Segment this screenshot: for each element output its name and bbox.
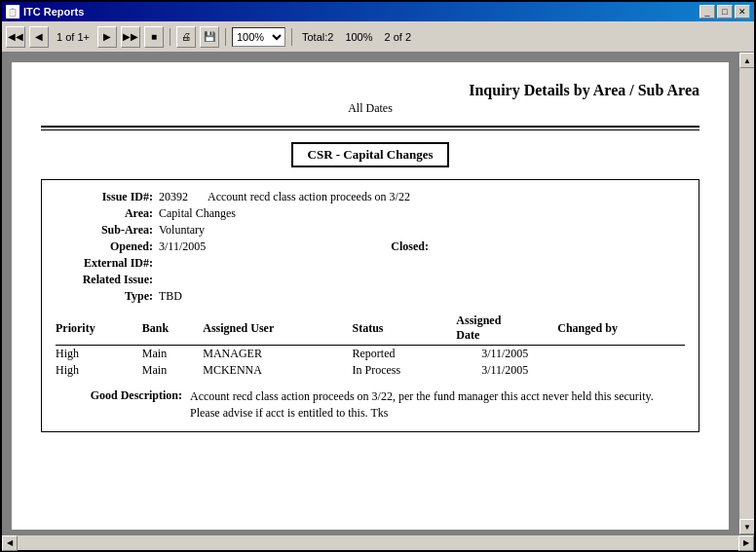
issue-id-row: Issue ID#: 20392 Account recd class acti… [56, 190, 685, 204]
separator-1 [170, 28, 170, 46]
scroll-track-right[interactable] [739, 68, 754, 519]
cell-assigned-user-1: MCKENNA [203, 362, 352, 379]
table-row: High Main MANAGER Reported 3/11/2005 [56, 346, 685, 363]
related-issue-label: Related Issue: [56, 273, 153, 287]
cell-assigned-user-0: MANAGER [203, 346, 352, 363]
issue-container: Issue ID#: 20392 Account recd class acti… [41, 179, 699, 432]
good-desc-label: Good Description: [56, 388, 182, 422]
cell-priority-0: High [56, 346, 142, 363]
external-id-label: External ID#: [56, 256, 153, 271]
col-priority: Priority [56, 312, 142, 346]
app-window: 📋 ITC Reports _ □ ✕ ◀◀ ◀ 1 of 1+ ▶ ▶▶ ■ … [0, 0, 756, 552]
area-row: Area: Capital Changes [56, 206, 685, 221]
separator-3 [291, 28, 292, 46]
opened-label: Opened: [56, 239, 153, 254]
col-assigned-date: AssignedDate [456, 312, 557, 346]
subarea-label: Sub-Area: [56, 223, 153, 238]
area-label: Area: [56, 206, 153, 221]
divider-thin [41, 129, 699, 130]
divider-thick [41, 126, 699, 128]
zoom-select[interactable]: 100% 75% 50% 150% [232, 27, 285, 47]
page-info: 1 of 1+ [53, 31, 94, 43]
table-header-row: Priority Bank Assigned User Status Assig… [56, 312, 685, 346]
issue-id-label: Issue ID#: [56, 190, 153, 204]
zoom-display: 100% [341, 31, 376, 43]
separator-2 [225, 28, 226, 46]
cell-assigned-date-1: 3/11/2005 [456, 362, 557, 379]
issue-description: Account recd class action proceeds on 3/… [208, 190, 410, 204]
col-changed-by: Changed by [557, 312, 685, 346]
export-button[interactable]: 💾 [200, 26, 219, 48]
opened-value: 3/11/2005 [159, 239, 206, 254]
title-bar-left: 📋 ITC Reports [6, 5, 84, 18]
cell-changed-by-1 [557, 362, 685, 379]
scroll-up-button[interactable]: ▲ [739, 53, 754, 68]
table-row: High Main MCKENNA In Process 3/11/2005 [56, 362, 685, 379]
subarea-row: Sub-Area: Voluntary [56, 223, 685, 238]
minimize-button[interactable]: _ [699, 5, 715, 18]
col-bank: Bank [142, 312, 203, 346]
page-display: 2 of 2 [381, 31, 416, 43]
maximize-button[interactable]: □ [717, 5, 733, 18]
cell-bank-0: Main [142, 346, 203, 363]
scroll-right-button[interactable]: ▶ [738, 535, 754, 551]
title-bar: 📋 ITC Reports _ □ ✕ [2, 2, 754, 21]
area-value: Capital Changes [159, 206, 236, 221]
scroll-left-button[interactable]: ◀ [2, 535, 18, 551]
scroll-down-button[interactable]: ▼ [739, 519, 754, 534]
next-page-button[interactable]: ▶ [97, 26, 117, 48]
closed-col: Closed: [370, 239, 685, 254]
subarea-value: Voluntary [159, 223, 205, 238]
cell-assigned-date-0: 3/11/2005 [456, 346, 557, 363]
window-title: ITC Reports [23, 6, 84, 18]
report-subtitle: All Dates [41, 101, 699, 116]
issue-id-value: 20392 [159, 190, 188, 204]
app-icon: 📋 [6, 5, 19, 18]
main-area: Inquiry Details by Area / Sub Area All D… [2, 53, 754, 534]
closed-label: Closed: [370, 239, 429, 254]
good-desc-value: Account recd class action proceeds on 3/… [190, 388, 685, 422]
close-button[interactable]: ✕ [735, 5, 750, 18]
related-issue-row: Related Issue: [56, 273, 685, 287]
type-value: TBD [159, 289, 182, 304]
opened-col: Opened: 3/11/2005 [56, 239, 370, 254]
content-scroll[interactable]: Inquiry Details by Area / Sub Area All D… [2, 53, 738, 534]
cell-bank-1: Main [142, 362, 203, 379]
toolbar: ◀◀ ◀ 1 of 1+ ▶ ▶▶ ■ 🖨 💾 100% 75% 50% 150… [2, 21, 754, 53]
cell-status-1: In Process [353, 362, 457, 379]
last-page-button[interactable]: ▶▶ [121, 26, 140, 48]
section-header: CSR - Capital Changes [41, 142, 699, 167]
title-bar-controls: _ □ ✕ [699, 5, 750, 18]
good-description-section: Good Description: Account recd class act… [56, 388, 685, 422]
print-button[interactable]: 🖨 [176, 26, 196, 48]
total-display: Total:2 [298, 31, 337, 43]
col-status: Status [353, 312, 457, 346]
col-assigned-user: Assigned User [203, 312, 352, 346]
type-row: Type: TBD [56, 289, 685, 304]
report-page: Inquiry Details by Area / Sub Area All D… [12, 62, 729, 530]
prev-page-button[interactable]: ◀ [29, 26, 49, 48]
cell-changed-by-0 [557, 346, 685, 363]
external-id-row: External ID#: [56, 256, 685, 271]
report-title: Inquiry Details by Area / Sub Area [41, 82, 699, 99]
right-scrollbar: ▲ ▼ [738, 53, 754, 534]
cell-status-0: Reported [353, 346, 457, 363]
type-label: Type: [56, 289, 153, 304]
stop-button[interactable]: ■ [144, 26, 164, 48]
opened-closed-row: Opened: 3/11/2005 Closed: [56, 239, 685, 254]
assignments-table: Priority Bank Assigned User Status Assig… [56, 312, 685, 379]
section-box: CSR - Capital Changes [291, 142, 450, 167]
first-page-button[interactable]: ◀◀ [6, 26, 25, 48]
cell-priority-1: High [56, 362, 142, 379]
bottom-bar: ◀ ▶ [2, 534, 754, 550]
